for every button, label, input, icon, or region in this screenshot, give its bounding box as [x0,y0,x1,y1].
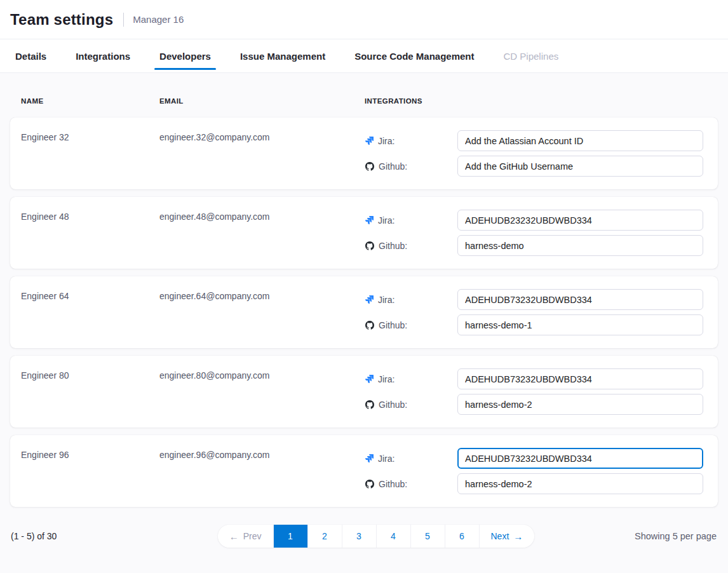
jira-label: Jira: [378,454,394,464]
github-label: Github: [379,400,407,410]
jira-icon [365,137,374,145]
github-icon [365,241,374,250]
tab-bar: Details Integrations Developers Issue Ma… [0,39,728,73]
page-button-2[interactable]: 2 [308,525,342,548]
developer-email: engineer.96@company.com [159,448,365,494]
github-username-input[interactable] [457,156,703,177]
jira-icon [365,454,374,462]
arrow-left-icon: ← [229,532,239,541]
pagination: ← Prev 1 2 3 4 5 6 Next → [218,525,535,548]
tab-details[interactable]: Details [15,39,46,72]
developer-name: Engineer 64 [21,289,159,335]
developer-name: Engineer 32 [21,130,159,177]
column-header-name: NAME [21,97,159,105]
page-button-1[interactable]: 1 [274,525,308,548]
github-username-input[interactable] [457,473,703,494]
jira-account-input[interactable] [457,368,703,389]
page-header: Team settings Manager 16 [0,0,728,39]
pagination-range: (1 - 5) of 30 [10,531,194,541]
page-button-4[interactable]: 4 [377,525,411,548]
jira-icon [365,295,374,304]
per-page-text: Showing 5 per page [635,531,718,541]
developer-email: engineer.64@company.com [159,289,365,335]
page-button-6[interactable]: 6 [445,525,480,548]
pagination-bar: (1 - 5) of 30 ← Prev 1 2 3 4 5 6 Next → … [10,525,718,548]
page-button-3[interactable]: 3 [342,525,377,548]
github-icon [365,400,374,409]
table-row: Engineer 32 engineer.32@company.com Jira… [10,118,718,189]
github-icon [365,162,374,171]
tab-cd-pipelines: CD Pipelines [504,39,559,72]
github-label: Github: [379,161,407,172]
page-title: Team settings [10,11,113,29]
jira-label: Jira: [378,136,394,146]
github-username-input[interactable] [457,314,703,335]
jira-label: Jira: [378,295,394,305]
prev-label: Prev [243,531,262,541]
jira-label: Jira: [378,215,394,226]
tab-source-code-management[interactable]: Source Code Management [354,39,474,72]
github-label: Github: [379,479,407,489]
developer-email: engineer.80@company.com [159,368,365,415]
title-divider [123,13,124,27]
developer-name: Engineer 96 [21,448,159,494]
column-header-email: EMAIL [159,97,365,105]
jira-account-input[interactable] [457,289,703,310]
jira-label: Jira: [378,374,394,384]
table-header: NAME EMAIL INTEGRATIONS [10,97,718,105]
page-button-5[interactable]: 5 [411,525,445,548]
column-header-integrations: INTEGRATIONS [365,97,718,105]
tab-issue-management[interactable]: Issue Management [240,39,325,72]
github-username-input[interactable] [457,394,703,415]
table-row: Engineer 64 engineer.64@company.com Jira… [10,276,718,348]
developer-email: engineer.32@company.com [159,130,365,177]
table-row: Engineer 96 engineer.96@company.com Jira… [10,435,718,507]
jira-icon [365,216,374,224]
arrow-right-icon: → [513,532,523,541]
github-icon [365,480,374,489]
developer-name: Engineer 48 [21,210,159,256]
github-label: Github: [379,241,407,251]
table-row: Engineer 80 engineer.80@company.com Jira… [10,356,718,428]
github-username-input[interactable] [457,235,703,256]
tab-integrations[interactable]: Integrations [76,39,130,72]
next-label: Next [491,531,509,541]
table-row: Engineer 48 engineer.48@company.com Jira… [10,197,718,269]
developer-name: Engineer 80 [21,368,159,415]
page-subtitle: Manager 16 [133,14,184,25]
prev-page-button[interactable]: ← Prev [218,525,274,548]
jira-account-input-focused[interactable] [457,448,703,469]
next-page-button[interactable]: Next → [480,525,535,548]
jira-account-input[interactable] [457,210,703,231]
tab-developers[interactable]: Developers [159,39,211,72]
developers-panel: NAME EMAIL INTEGRATIONS Engineer 32 engi… [0,73,728,573]
jira-account-input[interactable] [457,130,703,151]
jira-icon [365,375,374,383]
github-label: Github: [379,320,407,330]
developer-email: engineer.48@company.com [159,210,365,256]
github-icon [365,321,374,330]
